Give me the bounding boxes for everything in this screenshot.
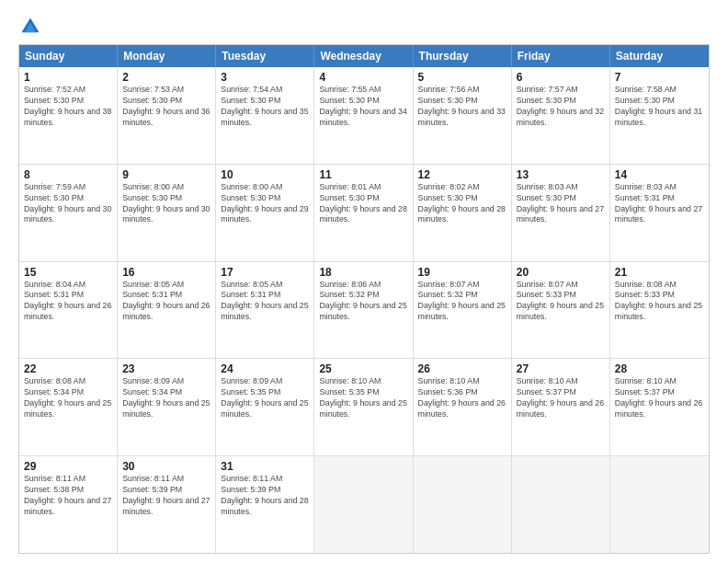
- calendar-row-3: 15Sunrise: 8:04 AM Sunset: 5:31 PM Dayli…: [19, 262, 709, 360]
- day-info: Sunrise: 8:09 AM Sunset: 5:34 PM Dayligh…: [122, 376, 210, 420]
- day-info: Sunrise: 7:53 AM Sunset: 5:30 PM Dayligh…: [122, 85, 210, 129]
- day-info: Sunrise: 7:59 AM Sunset: 5:30 PM Dayligh…: [24, 182, 112, 226]
- day-cell-4: 4Sunrise: 7:55 AM Sunset: 5:30 PM Daylig…: [314, 67, 413, 164]
- empty-cell: [314, 456, 413, 553]
- day-number: 4: [319, 71, 407, 84]
- day-info: Sunrise: 7:55 AM Sunset: 5:30 PM Dayligh…: [319, 85, 407, 129]
- day-info: Sunrise: 8:00 AM Sunset: 5:30 PM Dayligh…: [221, 182, 309, 226]
- weekday-header-tuesday: Tuesday: [216, 45, 314, 67]
- day-number: 7: [615, 71, 704, 84]
- day-cell-7: 7Sunrise: 7:58 AM Sunset: 5:30 PM Daylig…: [610, 67, 709, 164]
- day-cell-12: 12Sunrise: 8:02 AM Sunset: 5:30 PM Dayli…: [414, 165, 512, 261]
- day-cell-23: 23Sunrise: 8:09 AM Sunset: 5:34 PM Dayli…: [118, 359, 216, 455]
- day-info: Sunrise: 8:08 AM Sunset: 5:33 PM Dayligh…: [615, 280, 704, 324]
- day-number: 5: [418, 71, 506, 84]
- day-number: 21: [615, 266, 704, 279]
- day-info: Sunrise: 7:54 AM Sunset: 5:30 PM Dayligh…: [221, 85, 309, 129]
- day-info: Sunrise: 8:07 AM Sunset: 5:33 PM Dayligh…: [517, 280, 605, 324]
- day-number: 20: [517, 266, 605, 279]
- day-cell-30: 30Sunrise: 8:11 AM Sunset: 5:39 PM Dayli…: [118, 456, 216, 553]
- day-info: Sunrise: 8:10 AM Sunset: 5:37 PM Dayligh…: [615, 376, 704, 420]
- day-number: 11: [319, 168, 407, 181]
- weekday-header-monday: Monday: [118, 45, 216, 67]
- calendar-row-4: 22Sunrise: 8:08 AM Sunset: 5:34 PM Dayli…: [19, 359, 709, 456]
- day-number: 26: [418, 362, 506, 375]
- day-cell-10: 10Sunrise: 8:00 AM Sunset: 5:30 PM Dayli…: [216, 165, 314, 261]
- day-cell-22: 22Sunrise: 8:08 AM Sunset: 5:34 PM Dayli…: [19, 359, 118, 455]
- day-cell-11: 11Sunrise: 8:01 AM Sunset: 5:30 PM Dayli…: [314, 165, 413, 261]
- day-info: Sunrise: 7:58 AM Sunset: 5:30 PM Dayligh…: [615, 85, 704, 129]
- day-cell-13: 13Sunrise: 8:03 AM Sunset: 5:30 PM Dayli…: [512, 165, 610, 261]
- day-number: 30: [122, 460, 210, 473]
- day-cell-20: 20Sunrise: 8:07 AM Sunset: 5:33 PM Dayli…: [512, 262, 610, 359]
- day-cell-28: 28Sunrise: 8:10 AM Sunset: 5:37 PM Dayli…: [610, 359, 709, 455]
- day-cell-6: 6Sunrise: 7:57 AM Sunset: 5:30 PM Daylig…: [512, 67, 610, 164]
- day-cell-29: 29Sunrise: 8:11 AM Sunset: 5:38 PM Dayli…: [19, 456, 118, 553]
- day-cell-14: 14Sunrise: 8:03 AM Sunset: 5:31 PM Dayli…: [610, 165, 709, 261]
- day-number: 17: [221, 266, 309, 279]
- day-info: Sunrise: 8:05 AM Sunset: 5:31 PM Dayligh…: [221, 280, 309, 324]
- day-cell-18: 18Sunrise: 8:06 AM Sunset: 5:32 PM Dayli…: [314, 262, 413, 359]
- day-cell-24: 24Sunrise: 8:09 AM Sunset: 5:35 PM Dayli…: [216, 359, 314, 455]
- day-number: 22: [24, 362, 112, 375]
- calendar-row-2: 8Sunrise: 7:59 AM Sunset: 5:30 PM Daylig…: [19, 165, 709, 262]
- day-cell-17: 17Sunrise: 8:05 AM Sunset: 5:31 PM Dayli…: [216, 262, 314, 359]
- day-number: 15: [24, 266, 112, 279]
- day-number: 1: [24, 71, 112, 84]
- day-info: Sunrise: 8:02 AM Sunset: 5:30 PM Dayligh…: [418, 182, 506, 226]
- day-info: Sunrise: 8:04 AM Sunset: 5:31 PM Dayligh…: [24, 280, 112, 324]
- day-info: Sunrise: 8:10 AM Sunset: 5:35 PM Dayligh…: [319, 376, 407, 420]
- day-cell-27: 27Sunrise: 8:10 AM Sunset: 5:37 PM Dayli…: [512, 359, 610, 455]
- day-number: 29: [24, 460, 112, 473]
- day-number: 8: [24, 168, 112, 181]
- day-cell-3: 3Sunrise: 7:54 AM Sunset: 5:30 PM Daylig…: [216, 67, 314, 164]
- day-cell-31: 31Sunrise: 8:11 AM Sunset: 5:39 PM Dayli…: [216, 456, 314, 553]
- day-info: Sunrise: 8:11 AM Sunset: 5:38 PM Dayligh…: [24, 474, 112, 518]
- day-info: Sunrise: 8:09 AM Sunset: 5:35 PM Dayligh…: [221, 376, 309, 420]
- day-number: 24: [221, 362, 309, 375]
- page: SundayMondayTuesdayWednesdayThursdayFrid…: [0, 0, 728, 563]
- day-number: 16: [122, 266, 210, 279]
- day-cell-8: 8Sunrise: 7:59 AM Sunset: 5:30 PM Daylig…: [19, 165, 118, 261]
- day-number: 27: [517, 362, 605, 375]
- day-number: 28: [615, 362, 704, 375]
- day-cell-21: 21Sunrise: 8:08 AM Sunset: 5:33 PM Dayli…: [610, 262, 709, 359]
- day-info: Sunrise: 8:01 AM Sunset: 5:30 PM Dayligh…: [319, 182, 407, 226]
- day-number: 13: [517, 168, 605, 181]
- day-info: Sunrise: 8:06 AM Sunset: 5:32 PM Dayligh…: [319, 280, 407, 324]
- empty-cell: [512, 456, 610, 553]
- day-number: 23: [122, 362, 210, 375]
- day-info: Sunrise: 7:52 AM Sunset: 5:30 PM Dayligh…: [24, 85, 112, 129]
- day-info: Sunrise: 8:00 AM Sunset: 5:30 PM Dayligh…: [122, 182, 210, 226]
- day-number: 9: [122, 168, 210, 181]
- day-info: Sunrise: 8:11 AM Sunset: 5:39 PM Dayligh…: [122, 474, 210, 518]
- day-cell-2: 2Sunrise: 7:53 AM Sunset: 5:30 PM Daylig…: [118, 67, 216, 164]
- header: [18, 17, 710, 37]
- empty-cell: [610, 456, 709, 553]
- day-number: 10: [221, 168, 309, 181]
- day-number: 2: [122, 71, 210, 84]
- day-number: 18: [319, 266, 407, 279]
- day-info: Sunrise: 7:56 AM Sunset: 5:30 PM Dayligh…: [418, 85, 506, 129]
- calendar-row-5: 29Sunrise: 8:11 AM Sunset: 5:38 PM Dayli…: [19, 456, 709, 553]
- day-number: 19: [418, 266, 506, 279]
- day-cell-1: 1Sunrise: 7:52 AM Sunset: 5:30 PM Daylig…: [19, 67, 118, 164]
- day-number: 25: [319, 362, 407, 375]
- day-number: 12: [418, 168, 506, 181]
- day-cell-19: 19Sunrise: 8:07 AM Sunset: 5:32 PM Dayli…: [414, 262, 512, 359]
- calendar-row-1: 1Sunrise: 7:52 AM Sunset: 5:30 PM Daylig…: [19, 67, 709, 165]
- day-cell-16: 16Sunrise: 8:05 AM Sunset: 5:31 PM Dayli…: [118, 262, 216, 359]
- logo: [18, 17, 42, 37]
- weekday-header-sunday: Sunday: [19, 45, 118, 67]
- day-number: 14: [615, 168, 704, 181]
- day-cell-9: 9Sunrise: 8:00 AM Sunset: 5:30 PM Daylig…: [118, 165, 216, 261]
- day-number: 6: [517, 71, 605, 84]
- calendar: SundayMondayTuesdayWednesdayThursdayFrid…: [18, 44, 710, 554]
- logo-icon: [20, 17, 40, 37]
- day-info: Sunrise: 8:11 AM Sunset: 5:39 PM Dayligh…: [221, 474, 309, 518]
- day-info: Sunrise: 8:03 AM Sunset: 5:31 PM Dayligh…: [615, 182, 704, 226]
- day-number: 31: [221, 460, 309, 473]
- empty-cell: [414, 456, 512, 553]
- day-cell-25: 25Sunrise: 8:10 AM Sunset: 5:35 PM Dayli…: [314, 359, 413, 455]
- day-cell-26: 26Sunrise: 8:10 AM Sunset: 5:36 PM Dayli…: [414, 359, 512, 455]
